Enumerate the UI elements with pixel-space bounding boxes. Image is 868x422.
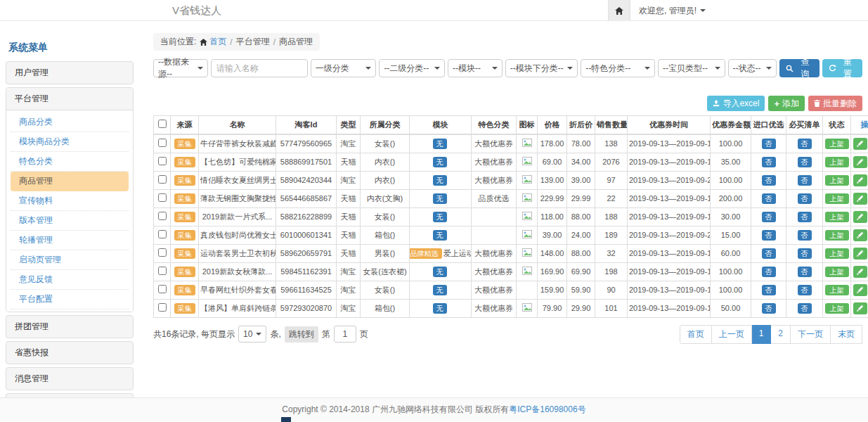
- datasource-select[interactable]: --数据来源--: [153, 59, 208, 77]
- sidebar-section[interactable]: 拼团管理: [6, 315, 134, 338]
- sidebar-section[interactable]: 消息管理: [6, 367, 134, 390]
- import-select-toggle[interactable]: 否: [762, 303, 776, 314]
- page-button[interactable]: 上一页: [712, 325, 752, 344]
- sidebar-section-users[interactable]: 用户管理: [6, 61, 134, 84]
- row-checkbox[interactable]: [158, 267, 167, 275]
- module-none-badge[interactable]: 无: [433, 285, 447, 295]
- sidebar-submenu-item[interactable]: 启动页管理: [11, 250, 129, 270]
- row-checkbox[interactable]: [158, 303, 167, 312]
- sidebar-submenu-item[interactable]: 版本管理: [11, 211, 129, 231]
- import-select-toggle[interactable]: 否: [762, 139, 776, 149]
- sidebar-submenu-item[interactable]: 商品管理: [11, 172, 129, 191]
- status-badge[interactable]: 上架: [825, 175, 849, 186]
- special-category-select[interactable]: --特色分类--: [581, 59, 655, 77]
- row-checkbox[interactable]: [158, 139, 167, 147]
- status-badge[interactable]: 上架: [825, 248, 849, 259]
- module-select[interactable]: --模块--: [448, 59, 503, 77]
- per-page-select[interactable]: 10: [238, 326, 266, 343]
- status-badge[interactable]: 上架: [825, 212, 849, 222]
- sidebar-section[interactable]: 省惠快报: [6, 341, 134, 364]
- sidebar-submenu-item[interactable]: 意见反馈: [11, 270, 129, 290]
- must-buy-toggle[interactable]: 否: [798, 230, 812, 241]
- icp-link[interactable]: 粤ICP备16098006号: [509, 404, 585, 414]
- sidebar-submenu-item[interactable]: 特色分类: [11, 152, 129, 172]
- search-button[interactable]: 查询: [779, 59, 820, 77]
- module-none-badge[interactable]: 无: [433, 230, 447, 241]
- row-checkbox[interactable]: [158, 175, 167, 184]
- import-select-toggle[interactable]: 否: [762, 193, 776, 204]
- import-select-toggle[interactable]: 否: [762, 230, 776, 241]
- home-button[interactable]: [608, 0, 630, 21]
- status-badge[interactable]: 上架: [825, 303, 849, 314]
- row-checkbox[interactable]: [158, 157, 167, 165]
- module-none-badge[interactable]: 无: [433, 267, 447, 277]
- must-buy-toggle[interactable]: 否: [798, 139, 812, 149]
- status-badge[interactable]: 上架: [825, 267, 849, 277]
- sidebar-section-platform[interactable]: 平台管理: [6, 88, 133, 110]
- edit-button[interactable]: [853, 156, 867, 168]
- category1-select[interactable]: 一级分类: [311, 59, 377, 77]
- edit-button[interactable]: [853, 248, 867, 260]
- item-type-select[interactable]: --宝贝类型--: [658, 59, 725, 77]
- status-select[interactable]: --状态--: [728, 59, 777, 77]
- module-none-badge[interactable]: 无: [433, 193, 447, 204]
- name-search-input[interactable]: [211, 59, 308, 77]
- must-buy-toggle[interactable]: 否: [798, 175, 812, 186]
- must-buy-toggle[interactable]: 否: [798, 248, 812, 259]
- status-badge[interactable]: 上架: [825, 157, 849, 167]
- import-select-toggle[interactable]: 否: [762, 175, 776, 186]
- edit-button[interactable]: [853, 266, 867, 278]
- import-excel-button[interactable]: 导入excel: [707, 96, 765, 111]
- import-select-toggle[interactable]: 否: [762, 248, 776, 259]
- status-badge[interactable]: 上架: [825, 193, 849, 204]
- page-button[interactable]: 2: [771, 325, 791, 344]
- must-buy-toggle[interactable]: 否: [798, 212, 812, 222]
- must-buy-toggle[interactable]: 否: [798, 193, 812, 204]
- edit-button[interactable]: [853, 138, 867, 150]
- category2-select[interactable]: --二级分类--: [379, 59, 445, 77]
- page-button[interactable]: 首页: [680, 325, 712, 344]
- edit-button[interactable]: [853, 193, 867, 205]
- module-none-badge[interactable]: 无: [433, 139, 447, 149]
- row-checkbox[interactable]: [158, 285, 167, 293]
- must-buy-toggle[interactable]: 否: [798, 303, 812, 314]
- must-buy-toggle[interactable]: 否: [798, 157, 812, 167]
- page-button[interactable]: 末页: [831, 325, 862, 344]
- import-select-toggle[interactable]: 否: [762, 157, 776, 167]
- status-badge[interactable]: 上架: [825, 139, 849, 149]
- module-none-badge[interactable]: 无: [433, 303, 447, 314]
- module-none-badge[interactable]: 无: [433, 212, 447, 222]
- import-select-toggle[interactable]: 否: [762, 285, 776, 295]
- breadcrumb-home-link[interactable]: 首页: [200, 36, 226, 48]
- select-all-checkbox[interactable]: [158, 120, 167, 128]
- module-none-badge[interactable]: 无: [433, 157, 447, 167]
- add-button[interactable]: + 添加: [768, 96, 805, 111]
- edit-button[interactable]: [853, 211, 867, 223]
- sidebar-submenu-item[interactable]: 平台配置: [11, 290, 129, 309]
- batch-delete-button[interactable]: 批量删除: [808, 96, 862, 111]
- edit-button[interactable]: [853, 302, 867, 314]
- row-checkbox[interactable]: [158, 212, 167, 220]
- page-button[interactable]: 下一页: [791, 325, 831, 344]
- edit-button[interactable]: [853, 284, 867, 296]
- row-checkbox[interactable]: [158, 193, 167, 202]
- edit-button[interactable]: [853, 174, 867, 186]
- sidebar-submenu-item[interactable]: 宣传物料: [11, 191, 129, 211]
- row-checkbox[interactable]: [158, 230, 167, 238]
- must-buy-toggle[interactable]: 否: [798, 267, 812, 277]
- user-menu[interactable]: 欢迎您, 管理员!: [639, 5, 706, 17]
- sidebar-submenu-item[interactable]: 轮播管理: [11, 231, 129, 250]
- module-sub-select[interactable]: --模块下分类--: [505, 59, 578, 77]
- import-select-toggle[interactable]: 否: [762, 267, 776, 277]
- module-none-badge[interactable]: 无: [433, 175, 447, 186]
- page-jump-input[interactable]: [334, 326, 356, 343]
- edit-button[interactable]: [853, 229, 867, 241]
- page-button[interactable]: 1: [752, 325, 772, 344]
- row-checkbox[interactable]: [158, 248, 167, 257]
- status-badge[interactable]: 上架: [825, 230, 849, 241]
- sidebar-submenu-item[interactable]: 商品分类: [11, 113, 129, 132]
- import-select-toggle[interactable]: 否: [762, 212, 776, 222]
- must-buy-toggle[interactable]: 否: [798, 285, 812, 295]
- status-badge[interactable]: 上架: [825, 285, 849, 295]
- jump-button[interactable]: 跳转到: [285, 326, 318, 343]
